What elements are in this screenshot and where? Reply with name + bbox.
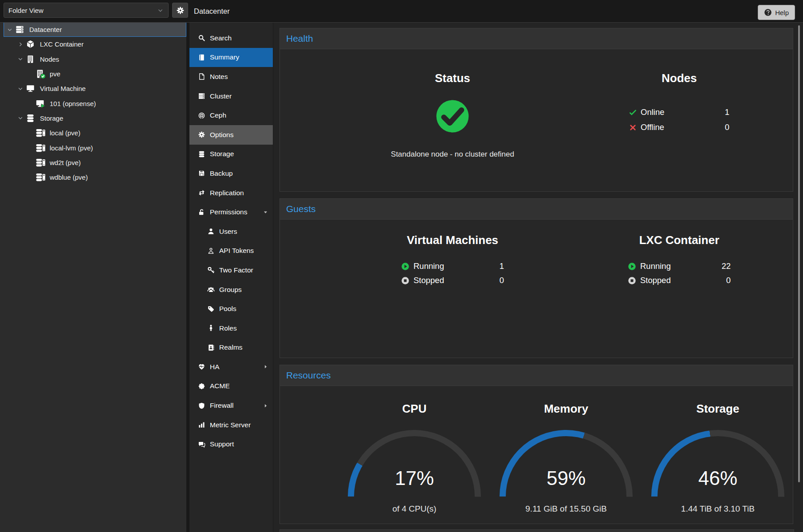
stat-value: 1 — [500, 261, 504, 271]
flower-icon — [198, 382, 205, 390]
menu-item-label: Firewall — [210, 402, 233, 410]
stat-row-stopped: Stopped0 — [401, 273, 504, 288]
main-content: Health Status Standalone node - no clust… — [274, 22, 803, 532]
server-stack-icon — [15, 25, 24, 34]
check-icon — [629, 109, 637, 116]
cluster-status-message: Standalone node - no cluster defined — [339, 150, 567, 159]
menu-item-replication[interactable]: Replication — [189, 183, 273, 203]
menu-item-metric-server[interactable]: Metric Server — [189, 415, 273, 435]
stat-label: Running — [640, 261, 671, 271]
menu-item-ceph[interactable]: Ceph — [189, 106, 273, 125]
caret-down-icon[interactable] — [263, 209, 268, 215]
menu-item-pools[interactable]: Pools — [189, 299, 273, 319]
nodes-heading: Nodes — [567, 71, 792, 85]
tree-item-lxc-container[interactable]: LXC Container — [4, 37, 186, 51]
status-ok-icon — [434, 98, 471, 135]
panel-separator[interactable] — [186, 22, 189, 532]
menu-item-label: Search — [210, 34, 232, 42]
expander-chevron-down-icon[interactable] — [16, 115, 25, 121]
tree-item-local-lvm-pve[interactable]: local-lvm (pve) — [4, 140, 186, 155]
menu-item-realms[interactable]: Realms — [189, 338, 273, 358]
tree-item-label: local-lvm (pve) — [50, 144, 93, 152]
gauge-percent: 59% — [500, 467, 633, 489]
menu-item-label: HA — [210, 363, 220, 371]
menu-item-firewall[interactable]: Firewall — [189, 396, 273, 415]
menu-item-label: Users — [219, 228, 237, 236]
vertical-scrollbar[interactable] — [798, 25, 800, 482]
expander-chevron-down-icon[interactable] — [16, 56, 25, 62]
chevron-down-icon — [17, 115, 24, 121]
caret-right-icon — [263, 364, 268, 370]
menu-item-acme[interactable]: ACME — [189, 377, 273, 396]
expander-chevron-down-icon[interactable] — [5, 27, 14, 33]
menu-item-ha[interactable]: HA — [189, 357, 273, 377]
guests-panel: Guests Virtual MachinesRunning1Stopped0L… — [279, 198, 793, 358]
menu-item-groups[interactable]: Groups — [189, 280, 273, 299]
menu-item-users[interactable]: Users — [189, 222, 273, 241]
tree-item-label: Datacenter — [29, 26, 62, 33]
gauge-arc: 59% — [500, 430, 633, 497]
menu-item-summary[interactable]: Summary — [189, 48, 273, 67]
status-heading: Status — [339, 71, 567, 85]
tree-item-label: Nodes — [40, 55, 59, 63]
help-button-label: Help — [775, 9, 789, 16]
floppy-icon — [198, 169, 205, 177]
gauge-sublabel: 1.44 TiB of 3.10 TiB — [642, 504, 794, 514]
resource-tree: DatacenterLXC ContainerNodespveVirtual M… — [0, 22, 186, 532]
menu-item-roles[interactable]: Roles — [189, 319, 273, 338]
guests-panel-title: Guests — [286, 204, 316, 214]
menu-item-label: Summary — [210, 53, 239, 61]
menu-item-permissions[interactable]: Permissions — [189, 202, 273, 222]
tree-item-pve[interactable]: pve — [4, 67, 186, 81]
menu-item-cluster[interactable]: Cluster — [189, 87, 273, 106]
tree-item-local-pve[interactable]: local (pve) — [4, 126, 186, 140]
guests-column-virtual-machines: Virtual MachinesRunning1Stopped0 — [339, 220, 567, 357]
stat-label: Running — [413, 261, 444, 271]
play-circle-icon — [401, 262, 409, 271]
expander-chevron-down-icon[interactable] — [16, 86, 25, 92]
menu-item-storage[interactable]: Storage — [189, 145, 273, 164]
tree-item-virtual-machine[interactable]: Virtual Machine — [4, 81, 186, 96]
tree-item-label: Storage — [40, 114, 63, 122]
tree-view-selector[interactable]: Folder View — [4, 3, 169, 18]
caret-right-icon[interactable] — [263, 364, 268, 370]
health-panel-header: Health — [280, 28, 793, 49]
tree-item-wdblue-pve[interactable]: wdblue (pve) — [4, 170, 186, 185]
stat-value: 1 — [725, 107, 729, 117]
menu-item-label: Metric Server — [210, 421, 251, 429]
database-drive-icon — [35, 128, 46, 138]
guests-column-heading: LXC Container — [567, 233, 792, 247]
tree-settings-button[interactable] — [172, 3, 188, 18]
magnifier-icon — [198, 34, 205, 42]
unlock-icon — [198, 209, 205, 216]
menu-item-options[interactable]: Options — [189, 125, 273, 145]
stat-label: Online — [641, 107, 664, 117]
resource-gauge-cpu: CPU17%of 4 CPU(s) — [339, 386, 490, 523]
tree-item-storage[interactable]: Storage — [4, 111, 186, 126]
tree-item-101-opnsense[interactable]: 101 (opnsense) — [4, 96, 186, 110]
menu-item-two-factor[interactable]: Two Factor — [189, 260, 273, 280]
monitor-play-icon — [35, 99, 46, 109]
users-icon — [207, 286, 215, 293]
tree-item-datacenter[interactable]: Datacenter — [4, 22, 186, 37]
menu-item-support[interactable]: Support — [189, 434, 273, 454]
nodes-status-column: Nodes Online1Offline0 — [567, 49, 792, 191]
stat-row-online: Online1 — [629, 105, 729, 120]
tree-item-nodes[interactable]: Nodes — [4, 52, 186, 67]
database-icon — [198, 150, 205, 158]
stop-circle-icon — [628, 276, 636, 285]
tree-item-wd2t-pve[interactable]: wd2t (pve) — [4, 155, 186, 170]
stat-label: Stopped — [640, 276, 671, 285]
next-panel-peek — [279, 529, 794, 532]
expander-chevron-right-icon[interactable] — [16, 41, 25, 47]
menu-item-label: Permissions — [210, 208, 247, 216]
menu-item-backup[interactable]: Backup — [189, 164, 273, 183]
menu-item-search[interactable]: Search — [189, 28, 273, 48]
caret-right-icon[interactable] — [263, 403, 268, 409]
menu-item-notes[interactable]: Notes — [189, 67, 273, 87]
menu-item-label: Backup — [210, 169, 233, 177]
menu-item-api-tokens[interactable]: API Tokens — [189, 241, 273, 261]
tree-item-label: Virtual Machine — [40, 85, 86, 92]
cross-icon — [629, 124, 637, 131]
help-button[interactable]: Help — [758, 5, 795, 20]
